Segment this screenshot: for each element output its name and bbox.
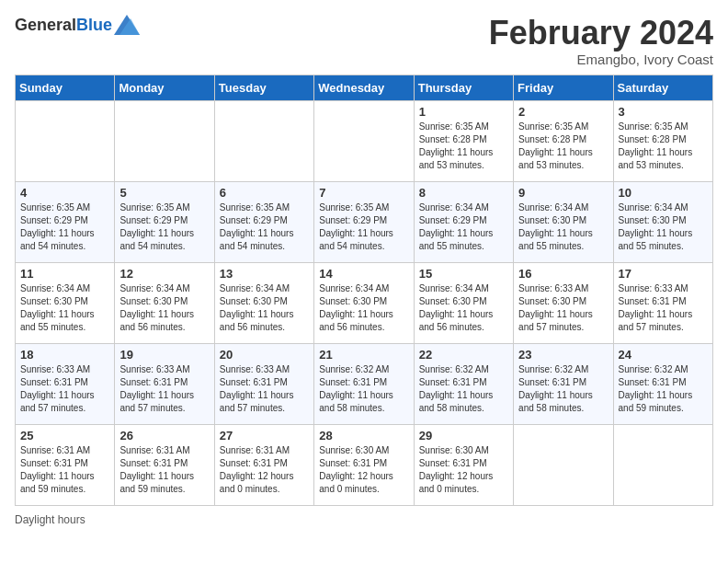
cell-info: Sunrise: 6:35 AM Sunset: 6:29 PM Dayligh… xyxy=(319,201,408,253)
calendar-cell: 11Sunrise: 6:34 AM Sunset: 6:30 PM Dayli… xyxy=(16,262,115,343)
day-number: 11 xyxy=(20,267,109,281)
logo-blue: Blue xyxy=(76,16,112,34)
location-subtitle: Emangbo, Ivory Coast xyxy=(489,52,713,67)
day-number: 23 xyxy=(518,348,608,362)
cell-info: Sunrise: 6:35 AM Sunset: 6:28 PM Dayligh… xyxy=(619,121,708,172)
calendar-cell: 25Sunrise: 6:31 AM Sunset: 6:31 PM Dayli… xyxy=(16,424,115,505)
cell-info: Sunrise: 6:32 AM Sunset: 6:31 PM Dayligh… xyxy=(319,363,408,415)
day-number: 2 xyxy=(518,105,608,119)
logo-icon xyxy=(114,15,140,35)
calendar-cell: 15Sunrise: 6:34 AM Sunset: 6:30 PM Dayli… xyxy=(414,262,513,343)
cell-info: Sunrise: 6:34 AM Sunset: 6:30 PM Dayligh… xyxy=(20,282,109,334)
calendar-cell: 3Sunrise: 6:35 AM Sunset: 6:28 PM Daylig… xyxy=(613,100,712,181)
day-number: 19 xyxy=(119,348,209,362)
day-number: 9 xyxy=(518,186,608,200)
calendar-cell: 18Sunrise: 6:33 AM Sunset: 6:31 PM Dayli… xyxy=(16,343,115,424)
cell-info: Sunrise: 6:32 AM Sunset: 6:31 PM Dayligh… xyxy=(619,363,708,415)
calendar-cell: 29Sunrise: 6:30 AM Sunset: 6:31 PM Dayli… xyxy=(414,424,513,505)
calendar-cell: 23Sunrise: 6:32 AM Sunset: 6:31 PM Dayli… xyxy=(514,343,613,424)
day-number: 20 xyxy=(220,348,309,362)
calendar-week-4: 18Sunrise: 6:33 AM Sunset: 6:31 PM Dayli… xyxy=(16,343,713,424)
calendar-week-5: 25Sunrise: 6:31 AM Sunset: 6:31 PM Dayli… xyxy=(16,424,713,505)
day-number: 21 xyxy=(319,348,408,362)
cell-info: Sunrise: 6:33 AM Sunset: 6:30 PM Dayligh… xyxy=(518,282,608,334)
calendar-cell xyxy=(16,100,115,181)
calendar-cell: 12Sunrise: 6:34 AM Sunset: 6:30 PM Dayli… xyxy=(115,262,214,343)
calendar-cell: 21Sunrise: 6:32 AM Sunset: 6:31 PM Dayli… xyxy=(314,343,414,424)
calendar-week-2: 4Sunrise: 6:35 AM Sunset: 6:29 PM Daylig… xyxy=(16,181,713,262)
cell-info: Sunrise: 6:31 AM Sunset: 6:31 PM Dayligh… xyxy=(20,444,109,496)
daylight-hours-label: Daylight hours xyxy=(15,513,85,526)
day-number: 17 xyxy=(619,267,708,281)
cell-info: Sunrise: 6:34 AM Sunset: 6:30 PM Dayligh… xyxy=(419,282,508,334)
day-number: 1 xyxy=(419,105,508,119)
calendar-cell: 13Sunrise: 6:34 AM Sunset: 6:30 PM Dayli… xyxy=(214,262,313,343)
cell-info: Sunrise: 6:35 AM Sunset: 6:28 PM Dayligh… xyxy=(419,121,508,172)
cell-info: Sunrise: 6:33 AM Sunset: 6:31 PM Dayligh… xyxy=(119,363,209,415)
day-number: 8 xyxy=(419,186,508,200)
logo-general: General xyxy=(15,16,76,34)
day-number: 3 xyxy=(619,105,708,119)
logo: GeneralBlue xyxy=(15,15,140,35)
day-header-saturday: Saturday xyxy=(613,75,712,100)
cell-info: Sunrise: 6:30 AM Sunset: 6:31 PM Dayligh… xyxy=(319,444,408,496)
day-number: 28 xyxy=(319,429,408,442)
cell-info: Sunrise: 6:35 AM Sunset: 6:28 PM Dayligh… xyxy=(518,121,608,172)
calendar-cell: 20Sunrise: 6:33 AM Sunset: 6:31 PM Dayli… xyxy=(214,343,313,424)
day-number: 14 xyxy=(319,267,408,281)
calendar-cell xyxy=(115,100,214,181)
day-header-sunday: Sunday xyxy=(16,75,115,100)
cell-info: Sunrise: 6:33 AM Sunset: 6:31 PM Dayligh… xyxy=(20,363,109,415)
calendar-cell: 5Sunrise: 6:35 AM Sunset: 6:29 PM Daylig… xyxy=(115,181,214,262)
title-block: February 2024 Emangbo, Ivory Coast xyxy=(489,15,713,67)
calendar-cell: 24Sunrise: 6:32 AM Sunset: 6:31 PM Dayli… xyxy=(613,343,712,424)
cell-info: Sunrise: 6:32 AM Sunset: 6:31 PM Dayligh… xyxy=(518,363,608,415)
cell-info: Sunrise: 6:35 AM Sunset: 6:29 PM Dayligh… xyxy=(119,201,209,253)
calendar-table: SundayMondayTuesdayWednesdayThursdayFrid… xyxy=(15,75,713,506)
month-title: February 2024 xyxy=(489,15,713,52)
calendar-cell: 1Sunrise: 6:35 AM Sunset: 6:28 PM Daylig… xyxy=(414,100,513,181)
calendar-cell: 27Sunrise: 6:31 AM Sunset: 6:31 PM Dayli… xyxy=(214,424,313,505)
cell-info: Sunrise: 6:34 AM Sunset: 6:29 PM Dayligh… xyxy=(419,201,508,253)
day-number: 15 xyxy=(419,267,508,281)
day-header-thursday: Thursday xyxy=(414,75,513,100)
day-number: 24 xyxy=(619,348,708,362)
day-number: 4 xyxy=(20,186,109,200)
calendar-cell: 9Sunrise: 6:34 AM Sunset: 6:30 PM Daylig… xyxy=(514,181,613,262)
calendar-cell xyxy=(613,424,712,505)
calendar-cell: 2Sunrise: 6:35 AM Sunset: 6:28 PM Daylig… xyxy=(514,100,613,181)
cell-info: Sunrise: 6:32 AM Sunset: 6:31 PM Dayligh… xyxy=(419,363,508,415)
day-number: 25 xyxy=(20,429,109,442)
day-number: 13 xyxy=(220,267,309,281)
day-number: 18 xyxy=(20,348,109,362)
day-number: 7 xyxy=(319,186,408,200)
day-header-wednesday: Wednesday xyxy=(314,75,414,100)
cell-info: Sunrise: 6:30 AM Sunset: 6:31 PM Dayligh… xyxy=(419,444,508,496)
cell-info: Sunrise: 6:31 AM Sunset: 6:31 PM Dayligh… xyxy=(220,444,309,496)
calendar-cell: 10Sunrise: 6:34 AM Sunset: 6:30 PM Dayli… xyxy=(613,181,712,262)
calendar-week-1: 1Sunrise: 6:35 AM Sunset: 6:28 PM Daylig… xyxy=(16,100,713,181)
cell-info: Sunrise: 6:34 AM Sunset: 6:30 PM Dayligh… xyxy=(119,282,209,334)
cell-info: Sunrise: 6:34 AM Sunset: 6:30 PM Dayligh… xyxy=(518,201,608,253)
calendar-cell: 26Sunrise: 6:31 AM Sunset: 6:31 PM Dayli… xyxy=(115,424,214,505)
cell-info: Sunrise: 6:34 AM Sunset: 6:30 PM Dayligh… xyxy=(220,282,309,334)
day-number: 10 xyxy=(619,186,708,200)
calendar-cell: 14Sunrise: 6:34 AM Sunset: 6:30 PM Dayli… xyxy=(314,262,414,343)
calendar-week-3: 11Sunrise: 6:34 AM Sunset: 6:30 PM Dayli… xyxy=(16,262,713,343)
days-header-row: SundayMondayTuesdayWednesdayThursdayFrid… xyxy=(16,75,713,100)
footer-note: Daylight hours xyxy=(15,513,713,526)
day-number: 27 xyxy=(220,429,309,442)
day-header-monday: Monday xyxy=(115,75,214,100)
calendar-cell: 17Sunrise: 6:33 AM Sunset: 6:31 PM Dayli… xyxy=(613,262,712,343)
cell-info: Sunrise: 6:31 AM Sunset: 6:31 PM Dayligh… xyxy=(119,444,209,496)
calendar-cell: 19Sunrise: 6:33 AM Sunset: 6:31 PM Dayli… xyxy=(115,343,214,424)
day-header-tuesday: Tuesday xyxy=(214,75,313,100)
day-number: 12 xyxy=(119,267,209,281)
calendar-cell: 8Sunrise: 6:34 AM Sunset: 6:29 PM Daylig… xyxy=(414,181,513,262)
calendar-cell: 22Sunrise: 6:32 AM Sunset: 6:31 PM Dayli… xyxy=(414,343,513,424)
calendar-cell: 28Sunrise: 6:30 AM Sunset: 6:31 PM Dayli… xyxy=(314,424,414,505)
day-number: 26 xyxy=(119,429,209,442)
calendar-cell xyxy=(514,424,613,505)
calendar-cell: 7Sunrise: 6:35 AM Sunset: 6:29 PM Daylig… xyxy=(314,181,414,262)
calendar-cell: 16Sunrise: 6:33 AM Sunset: 6:30 PM Dayli… xyxy=(514,262,613,343)
